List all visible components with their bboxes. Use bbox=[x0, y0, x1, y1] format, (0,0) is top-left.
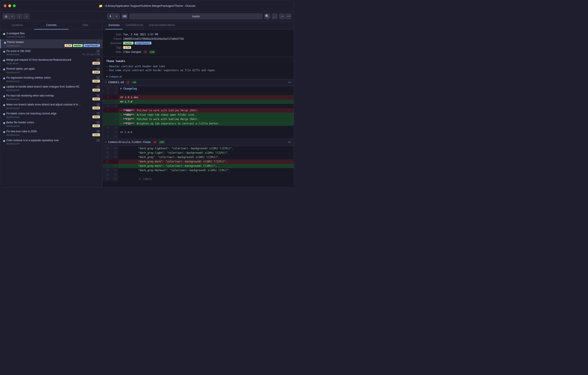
tab-locations[interactable]: Locations bbox=[0, 21, 34, 30]
diff-section[interactable]: ▾ Collapse all ▾ CHANGES.md -2 +4 ••• 1 bbox=[103, 74, 294, 187]
commit-title: Theme tweaks bbox=[7, 41, 95, 44]
list-item[interactable]: Fix labels colors not matching commit ed… bbox=[0, 111, 103, 120]
window-title: 📁 ~/Library/Application Support/Sublime … bbox=[99, 4, 195, 8]
commit-meta-row: facelessuser 1.5.3 bbox=[6, 115, 100, 118]
branch-selector[interactable]: master bbox=[129, 13, 262, 19]
fetch-group[interactable]: ⬇ ▾ bbox=[107, 13, 120, 19]
sidebar-dropdown-button[interactable]: ▾ bbox=[9, 14, 15, 19]
version-tag: 1.5.2 bbox=[93, 124, 100, 127]
diff-line: 7 9 ## 1.6.0 bbox=[103, 130, 294, 134]
commit-title-row: Better file header colors 2 bbox=[6, 121, 100, 124]
sidebar-toggle-button[interactable]: ▤ bbox=[3, 14, 9, 19]
list-item[interactable]: Better file header colors 2 facelessuser… bbox=[0, 120, 103, 129]
fetch-dropdown-button[interactable]: ▾ bbox=[113, 14, 119, 19]
commit-author: facelessuser bbox=[6, 53, 20, 56]
line-content: - **FIX**: Brighten up tab separators to… bbox=[118, 121, 294, 126]
tab-files[interactable]: Files bbox=[68, 21, 103, 30]
nav-back-button[interactable]: ‹ bbox=[16, 14, 22, 19]
maximize-button[interactable] bbox=[13, 4, 16, 7]
list-item[interactable]: Theme tweaks 2 facelessuser 1.7.0 master… bbox=[0, 39, 103, 48]
stats-value: 2 files changed: -7 +19 bbox=[123, 50, 155, 54]
date-value: Tue, 2 Feb 2021 1:57 PM bbox=[123, 33, 158, 36]
commit-tags: 1.5.5 bbox=[93, 98, 100, 100]
nav-down-button[interactable]: ↓ ▾ bbox=[279, 13, 285, 19]
close-button[interactable] bbox=[4, 4, 7, 7]
nav-forward-button[interactable]: › bbox=[23, 14, 30, 19]
collapse-all-label: Collapse all bbox=[109, 75, 122, 78]
line-content: "dark_gray-dark": "color(var(--backgroun… bbox=[118, 159, 294, 164]
commit-author: facelessuser bbox=[6, 80, 20, 83]
line-num-new: 10 bbox=[111, 134, 118, 139]
commit-title-row: Theme tweaks 2 bbox=[7, 41, 100, 44]
version-tag: 1.5.3 bbox=[93, 115, 100, 118]
commit-title: Better file header colors bbox=[6, 121, 95, 124]
line-num-new: 31 bbox=[111, 164, 118, 168]
list-item[interactable]: Rework labels, yet again 2 facelessuser … bbox=[0, 66, 103, 75]
line-num-new: 8 bbox=[111, 126, 118, 130]
commit-count: 2 bbox=[96, 41, 100, 44]
list-item[interactable]: Merge pull request #2 from facelessuser/… bbox=[0, 57, 103, 66]
commit-count: 2 bbox=[96, 76, 100, 79]
line-num-old: 4 bbox=[103, 104, 111, 108]
commit-dot bbox=[3, 87, 5, 88]
commit-meta-row: facelessuser bbox=[6, 142, 100, 145]
commit-tags: 1.5.1 bbox=[93, 133, 100, 136]
commit-author: facelessuser bbox=[6, 125, 20, 127]
diff-line: 2 2 bbox=[103, 91, 294, 95]
fetch-button[interactable]: ⬇ bbox=[107, 14, 113, 19]
tab-dracula-hidden-theme[interactable]: Dracula.hidden-theme bbox=[146, 21, 178, 30]
sidebar-toggle-group[interactable]: ▤ ▾ bbox=[3, 13, 15, 19]
commit-title-row: Color scheme is in a separate repository… bbox=[6, 139, 100, 142]
list-item[interactable]: Fix new icon color in 2028 2 facelessuse… bbox=[0, 129, 103, 138]
commit-title: Fix icons in SM 2042 bbox=[6, 50, 95, 53]
commit-tags: 1.5.3 bbox=[93, 115, 100, 118]
stats-label: Stats bbox=[106, 50, 121, 54]
more-button[interactable]: … bbox=[272, 13, 277, 19]
commit-count: 2 bbox=[96, 130, 100, 133]
commit-author: facelessuser bbox=[6, 142, 20, 145]
nav-up-button[interactable]: ↑ ▾ bbox=[286, 13, 291, 19]
commit-count: 2 bbox=[96, 85, 100, 88]
commit-title-row: Fix repo tab rendering when tabs overlap… bbox=[6, 94, 100, 97]
list-item[interactable]: Color scheme is in a separate repository… bbox=[0, 138, 103, 146]
nav-arrows: ↓ ▾ ↑ ▾ bbox=[279, 13, 291, 19]
commit-subtitle: Commit Changes bbox=[6, 35, 25, 38]
down-chevron-icon: ▾ bbox=[283, 15, 283, 17]
commit-meta-row: facelessuser 1.5.4 bbox=[6, 107, 100, 109]
list-item[interactable]: Make non branch labels more distinct and… bbox=[0, 102, 103, 111]
file-more-button-changes[interactable]: ••• bbox=[288, 80, 291, 84]
tab-commits[interactable]: Commits bbox=[34, 21, 68, 30]
line-num-new bbox=[111, 95, 118, 99]
terminal-button[interactable]: ⌨ bbox=[121, 14, 128, 19]
line-num-old bbox=[103, 164, 111, 168]
commit-dot bbox=[3, 33, 5, 35]
minimize-button[interactable] bbox=[8, 4, 11, 7]
list-item[interactable]: Update to handle latest branch label cha… bbox=[0, 84, 103, 93]
traffic-lights bbox=[4, 4, 16, 7]
commit-title-row: Rework labels, yet again 2 bbox=[6, 67, 100, 70]
line-num-new: 5 bbox=[111, 113, 118, 117]
search-button[interactable]: 🔍 bbox=[264, 13, 270, 19]
parent-label: Parent bbox=[106, 37, 121, 40]
tab-changes-md[interactable]: CHANGES.md bbox=[123, 21, 146, 30]
line-num-new bbox=[111, 108, 118, 113]
list-item[interactable]: Fix regression involving sidebar colors … bbox=[0, 75, 103, 84]
collapse-all-button[interactable]: ▾ Collapse all bbox=[103, 74, 294, 79]
up-chevron-icon: ▾ bbox=[289, 15, 290, 17]
commit-tags: 1.7.0 master origin/master bbox=[64, 44, 100, 47]
tab-summary[interactable]: Summary bbox=[105, 21, 123, 30]
list-item[interactable]: 3 unstaged files Commit Changes bbox=[0, 31, 103, 39]
diff-code-dracula: 28 28 "dark_gray-lightest": "color(var(-… bbox=[103, 146, 294, 181]
commit-title: Make non branch labels more distinct and… bbox=[6, 103, 95, 106]
list-item[interactable]: Fix icons in SM 2042 2 facelessuser Fri,… bbox=[0, 48, 103, 57]
diff-add-changes: +4 bbox=[132, 81, 137, 84]
commit-message-title: Theme tweaks bbox=[103, 57, 294, 64]
up-arrow-icon: ↑ bbox=[287, 15, 289, 18]
commit-title: Update to handle latest branch label cha… bbox=[6, 85, 95, 88]
diff-del-changes: -2 bbox=[126, 81, 130, 84]
left-panel: Locations Commits Files 3 unstaged files bbox=[0, 21, 103, 187]
file-more-button-dracula[interactable]: ••• bbox=[288, 140, 291, 144]
list-item[interactable]: Fix repo tab rendering when tabs overlap… bbox=[0, 93, 103, 102]
line-content: "dark_gray-lightest": "color(var(--backg… bbox=[118, 146, 294, 151]
stat-del: -7 bbox=[143, 50, 147, 54]
